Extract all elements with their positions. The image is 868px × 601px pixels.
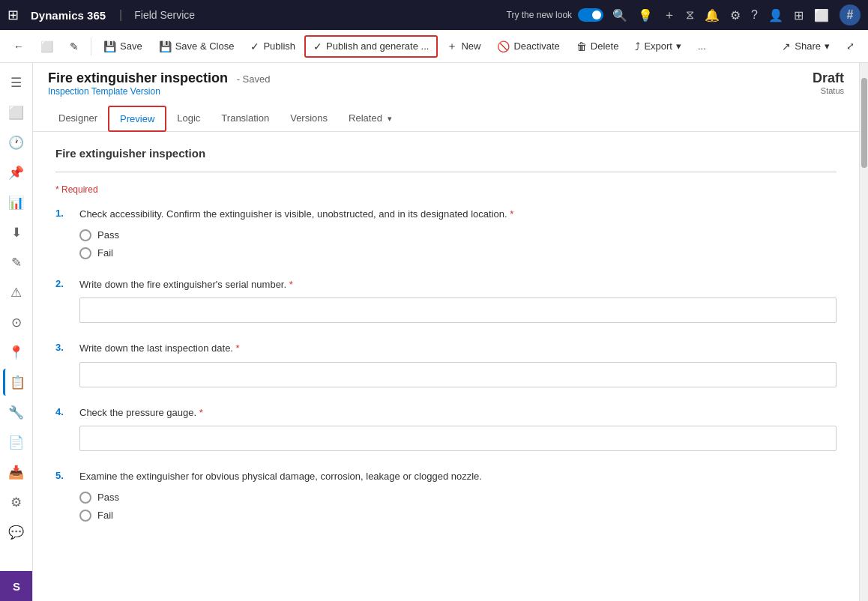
- question-5-options: Pass Fail: [79, 492, 837, 522]
- sidebar-item-home[interactable]: ⬜: [3, 99, 30, 126]
- nav-icons: 🔍 💡 ＋ ⧖ 🔔 ⚙ ? 👤 ⊞ ⬜ #: [612, 4, 861, 25]
- question-3-block: 3. Write down the last inspection date. …: [55, 341, 837, 387]
- sidebar-item-menu[interactable]: ☰: [3, 69, 30, 96]
- grid-icon[interactable]: ⊞: [7, 7, 19, 23]
- question-4-input[interactable]: [79, 426, 837, 451]
- share-button[interactable]: ↗ Share ▾: [774, 37, 837, 56]
- sidebar-item-settings[interactable]: ⚙: [3, 489, 30, 516]
- edit-button[interactable]: ✎: [62, 37, 86, 56]
- export-button[interactable]: ⤴ Export ▾: [627, 37, 689, 56]
- sidebar-item-forms[interactable]: 📋: [3, 369, 30, 396]
- required-note: * Required: [55, 184, 837, 195]
- help-icon[interactable]: ?: [751, 8, 758, 22]
- bell-icon[interactable]: 🔔: [705, 8, 720, 22]
- expand-icon: ⤢: [846, 40, 855, 52]
- save-close-button[interactable]: 💾 Save & Close: [151, 37, 242, 56]
- question-4-text: Check the pressure gauge. *: [79, 405, 203, 420]
- back-button[interactable]: ←: [6, 37, 31, 56]
- question-2-input[interactable]: [79, 298, 837, 323]
- sidebar-item-circle[interactable]: ⊙: [3, 309, 30, 336]
- question-5-num: 5.: [55, 470, 70, 481]
- save-icon: 💾: [103, 40, 116, 52]
- publish-button[interactable]: ✓ Publish: [243, 37, 303, 56]
- question-1-pass[interactable]: Pass: [79, 229, 837, 241]
- sidebar-item-edit[interactable]: ✎: [3, 249, 30, 276]
- publish-generate-icon: ✓: [313, 40, 322, 52]
- tab-preview[interactable]: Preview: [108, 106, 166, 132]
- try-new-toggle[interactable]: [578, 8, 603, 22]
- question-2-text: Write down the fire extinguisher's seria…: [79, 277, 293, 292]
- main-layout: ☰ ⬜ 🕐 📌 📊 ⬇ ✎ ⚠ ⊙ 📍 📋 🔧 📄 📥 ⚙ 💬 S Fire e…: [0, 63, 868, 601]
- sidebar-bottom-s[interactable]: S: [0, 571, 33, 601]
- multi-window-icon[interactable]: ⬜: [814, 8, 829, 22]
- tab-related[interactable]: Related ▾: [338, 106, 402, 131]
- radio-5-pass-circle[interactable]: [79, 492, 91, 504]
- tab-translation[interactable]: Translation: [211, 106, 280, 131]
- sidebar-item-recent[interactable]: 🕐: [3, 129, 30, 156]
- tab-logic[interactable]: Logic: [166, 106, 211, 131]
- question-1-row: 1. Check accessibility. Confirm the exti…: [55, 207, 837, 222]
- sidebar-item-down[interactable]: ⬇: [3, 219, 30, 246]
- form-divider: [55, 172, 837, 172]
- sidebar-item-chat[interactable]: 💬: [3, 519, 30, 546]
- radio-fail-label: Fail: [97, 247, 113, 259]
- status-block: Draft Status: [813, 70, 844, 95]
- deactivate-icon: 🚫: [497, 40, 510, 52]
- sidebar-item-data[interactable]: 📊: [3, 189, 30, 216]
- deactivate-button[interactable]: 🚫 Deactivate: [489, 37, 567, 56]
- question-3-input[interactable]: [79, 362, 837, 387]
- teams-icon[interactable]: ⊞: [794, 8, 804, 22]
- radio-pass-circle[interactable]: [79, 229, 91, 241]
- question-2-row: 2. Write down the fire extinguisher's se…: [55, 277, 837, 292]
- sidebar-item-inbox[interactable]: 📥: [3, 459, 30, 486]
- right-buttons: ↗ Share ▾ ⤢: [774, 37, 862, 56]
- sidebar-item-location[interactable]: 📍: [3, 339, 30, 366]
- question-1-fail[interactable]: Fail: [79, 247, 837, 259]
- form-title: Fire extinguisher inspection: [55, 147, 837, 160]
- publish-generate-button[interactable]: ✓ Publish and generate ...: [304, 35, 438, 58]
- status-sublabel: Status: [813, 86, 844, 95]
- record-title-block: Fire extinguisher inspection - Saved Ins…: [48, 70, 270, 103]
- save-button[interactable]: 💾 Save: [96, 37, 150, 56]
- scroll-thumb[interactable]: [861, 78, 867, 168]
- account-icon[interactable]: 👤: [768, 8, 783, 22]
- expand-button[interactable]: ⤢: [839, 37, 862, 55]
- question-3-req: *: [236, 342, 240, 354]
- publish-icon: ✓: [250, 40, 259, 52]
- sidebar-item-tools[interactable]: 🔧: [3, 399, 30, 426]
- tab-designer[interactable]: Designer: [48, 106, 108, 131]
- question-5-pass[interactable]: Pass: [79, 492, 837, 504]
- sidebar-item-list[interactable]: 📄: [3, 429, 30, 456]
- radio-fail-circle[interactable]: [79, 247, 91, 259]
- question-4-block: 4. Check the pressure gauge. *: [55, 405, 837, 452]
- try-new-label: Try the new look: [507, 10, 573, 20]
- question-1-num: 1.: [55, 208, 70, 219]
- lightbulb-icon[interactable]: 💡: [638, 8, 653, 22]
- command-bar: ← ⬜ ✎ 💾 Save 💾 Save & Close ✓ Publish ✓ …: [0, 30, 868, 63]
- settings-icon[interactable]: ⚙: [730, 8, 741, 22]
- new-button[interactable]: ＋ New: [439, 36, 488, 57]
- right-scrollbar[interactable]: [859, 63, 868, 601]
- sidebar-item-pinned[interactable]: 📌: [3, 159, 30, 186]
- export-icon: ⤴: [635, 40, 640, 52]
- tab-versions[interactable]: Versions: [280, 106, 338, 131]
- plus-icon[interactable]: ＋: [663, 7, 675, 23]
- nav-separator: |: [119, 8, 122, 22]
- left-sidebar: ☰ ⬜ 🕐 📌 📊 ⬇ ✎ ⚠ ⊙ 📍 📋 🔧 📄 📥 ⚙ 💬 S: [0, 63, 33, 601]
- user-avatar[interactable]: #: [840, 4, 861, 25]
- question-2-req: *: [289, 279, 293, 290]
- more-button[interactable]: ...: [690, 37, 714, 55]
- search-icon[interactable]: 🔍: [612, 8, 627, 22]
- radio-5-fail-circle[interactable]: [79, 510, 91, 522]
- filter-icon[interactable]: ⧖: [686, 8, 694, 22]
- module-name[interactable]: Field Service: [134, 9, 195, 21]
- cmd-sep-1: [91, 37, 91, 55]
- question-5-fail[interactable]: Fail: [79, 510, 837, 522]
- delete-button[interactable]: 🗑 Delete: [569, 37, 627, 56]
- sidebar-item-alert[interactable]: ⚠: [3, 279, 30, 306]
- question-2-num: 2.: [55, 278, 70, 289]
- question-4-num: 4.: [55, 406, 70, 417]
- related-dropdown-icon: ▾: [388, 114, 392, 123]
- page-button[interactable]: ⬜: [33, 37, 61, 56]
- record-header: Fire extinguisher inspection - Saved Ins…: [33, 63, 859, 132]
